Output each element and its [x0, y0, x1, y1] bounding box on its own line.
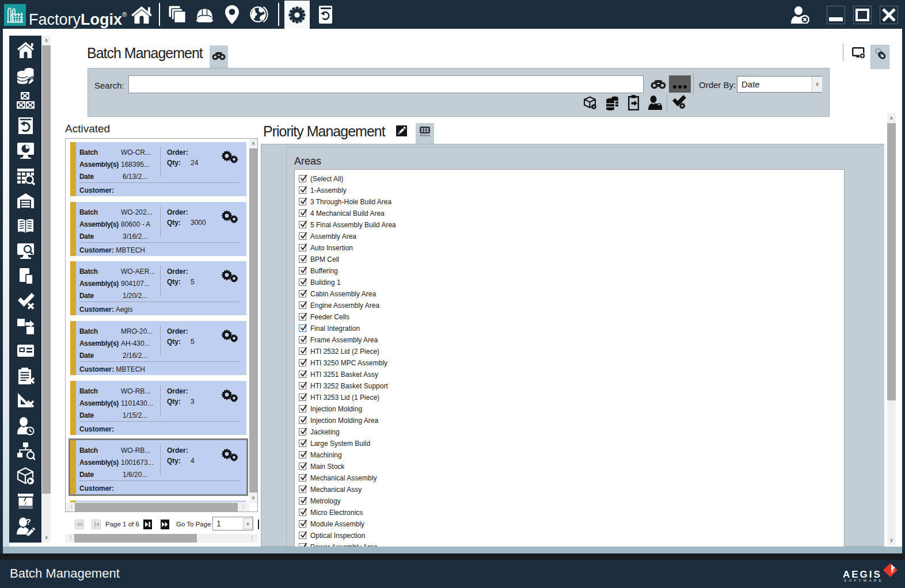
svg-text:?: ? [26, 517, 31, 526]
